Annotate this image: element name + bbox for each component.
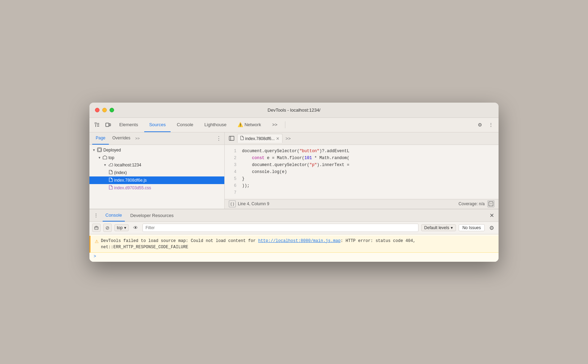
warning-icon: ⚠ [95, 238, 99, 245]
code-line-6: 6 )); [225, 182, 499, 189]
file-icon [109, 170, 113, 175]
bottom-toolbar: ⋮ Console Developer Resources ✕ [89, 209, 499, 222]
file-tabs: index.7808df6... ✕ >> [225, 132, 499, 145]
bottom-tab-dev-resources[interactable]: Developer Resources [128, 209, 176, 222]
tab-network[interactable]: ⚠️ Network [233, 118, 266, 132]
toolbar-separator [285, 121, 285, 128]
console-output: ⚠ DevTools failed to load source map: Co… [89, 234, 499, 262]
network-warning-icon: ⚠️ [237, 122, 243, 127]
localhost-label: localhost:1234 [114, 163, 141, 167]
close-button[interactable] [95, 108, 100, 112]
file-tab-more[interactable]: >> [285, 136, 291, 141]
console-filter-input[interactable] [142, 224, 418, 232]
console-filter-btn[interactable]: ⊘ [103, 224, 112, 232]
deployed-icon [97, 147, 102, 153]
console-toolbar: ⊘ top ▾ 👁 Default levels ▾ No Issues ⚙ [89, 222, 499, 234]
minimize-button[interactable] [102, 108, 107, 112]
index-html-label: (index) [114, 170, 127, 175]
toolbar-right: ⚙ ⋮ [475, 120, 496, 130]
cursor-position: Line 4, Column 9 [238, 201, 269, 206]
deployed-label: Deployed [103, 148, 121, 153]
code-area: 1 document.querySelector("button")?.addE… [225, 145, 499, 199]
main-toolbar: Elements Sources Console Lighthouse ⚠️ N… [89, 118, 499, 132]
code-line-2: 2 const e = Math.floor(101 * Math.random… [225, 155, 499, 162]
index-js-label: index.7808df6e.js [114, 178, 147, 183]
coverage-icon[interactable] [487, 200, 494, 207]
svg-rect-1 [106, 123, 109, 127]
console-eye-icon[interactable]: 👁 [131, 224, 140, 232]
panel-tab-page[interactable]: Page [92, 132, 109, 145]
tree-item-index-html[interactable]: (index) [89, 169, 224, 176]
settings-icon[interactable]: ⚙ [475, 120, 485, 130]
error-link[interactable]: http://localhost:8080/main.js.map [258, 239, 341, 243]
console-prompt[interactable]: > [89, 253, 499, 260]
tab-sources[interactable]: Sources [144, 118, 171, 132]
code-line-7: 7 [225, 189, 499, 196]
localhost-icon [108, 163, 113, 168]
levels-arrow: ▾ [451, 225, 453, 230]
console-error-message: ⚠ DevTools failed to load source map: Co… [89, 236, 499, 253]
tree-item-localhost[interactable]: ▼ localhost:1234 [89, 162, 224, 169]
file-tab-js[interactable]: index.7808df6... ✕ [237, 134, 283, 143]
top-icon [103, 155, 107, 161]
localhost-arrow: ▼ [103, 163, 107, 167]
file-tab-label: index.7808df6... [245, 136, 275, 141]
file-tab-close[interactable]: ✕ [276, 136, 279, 141]
right-panel: index.7808df6... ✕ >> 1 document.querySe… [225, 132, 499, 209]
format-icon[interactable]: { } [229, 200, 236, 207]
file-tree: ▼ Deployed ▼ [89, 145, 224, 209]
top-arrow: ▼ [98, 156, 101, 159]
device-icon[interactable] [103, 120, 113, 130]
status-bar: { } Line 4, Column 9 Coverage: n/a [225, 199, 499, 209]
console-context-select[interactable]: top ▾ [114, 224, 129, 231]
window-title: DevTools - localhost:1234/ [268, 107, 320, 113]
svg-rect-9 [95, 227, 98, 229]
deployed-arrow: ▼ [92, 148, 96, 152]
bottom-close-button[interactable]: ✕ [487, 211, 496, 219]
status-left: { } Line 4, Column 9 [229, 200, 269, 207]
coverage-label: Coverage: n/a [459, 201, 485, 206]
no-issues-button[interactable]: No Issues [459, 224, 485, 231]
code-line-4: 4 console.log(e) [225, 168, 499, 175]
svg-rect-5 [229, 136, 234, 140]
maximize-button[interactable] [110, 108, 114, 112]
title-bar: DevTools - localhost:1234/ [89, 103, 499, 118]
file-tab-icon [240, 136, 244, 141]
tree-item-top[interactable]: ▼ top [89, 154, 224, 162]
panel-tab-overrides[interactable]: Overrides [109, 132, 134, 145]
main-content: Page Overrides >> ⋮ ▼ [89, 132, 499, 209]
status-right: Coverage: n/a [459, 200, 494, 207]
bottom-panel: ⋮ Console Developer Resources ✕ ⊘ top ▾ [89, 209, 499, 262]
top-label: top [109, 155, 114, 160]
bottom-tab-console[interactable]: Console [103, 209, 125, 222]
tab-more[interactable]: >> [267, 118, 282, 132]
js-file-icon [109, 177, 113, 183]
svg-rect-0 [95, 123, 96, 124]
code-line-3: 3 document.querySelector("p").innerText … [225, 162, 499, 168]
console-settings-icon[interactable]: ⚙ [487, 224, 496, 232]
code-line-5: 5 } [225, 175, 499, 182]
panel-tab-more[interactable]: >> [134, 136, 141, 140]
tree-item-index-css[interactable]: index.d9703d55.css [89, 184, 224, 192]
sidebar-toggle[interactable] [227, 134, 236, 142]
css-file-icon [109, 185, 113, 191]
tab-elements[interactable]: Elements [114, 118, 143, 132]
error-text: DevTools failed to load source map: Coul… [101, 238, 494, 250]
console-levels-select[interactable]: Default levels ▾ [421, 224, 456, 231]
index-css-label: index.d9703d55.css [114, 185, 151, 190]
bottom-dots[interactable]: ⋮ [92, 213, 100, 218]
dropdown-arrow: ▾ [124, 225, 126, 230]
code-line-1: 1 document.querySelector("button")?.addE… [225, 148, 499, 155]
panel-tabs: Page Overrides >> ⋮ [89, 132, 224, 145]
console-chevron: > [94, 254, 96, 259]
cursor-icon[interactable] [92, 120, 102, 130]
panel-options[interactable]: ⋮ [216, 135, 222, 142]
tab-lighthouse[interactable]: Lighthouse [200, 118, 232, 132]
menu-icon[interactable]: ⋮ [486, 120, 496, 130]
tree-item-index-js[interactable]: index.7808df6e.js [89, 176, 224, 184]
tree-item-deployed[interactable]: ▼ Deployed [89, 146, 224, 154]
left-panel: Page Overrides >> ⋮ ▼ [89, 132, 225, 209]
svg-rect-4 [98, 148, 101, 151]
tab-console[interactable]: Console [172, 118, 198, 132]
console-clear-btn[interactable] [92, 224, 101, 232]
